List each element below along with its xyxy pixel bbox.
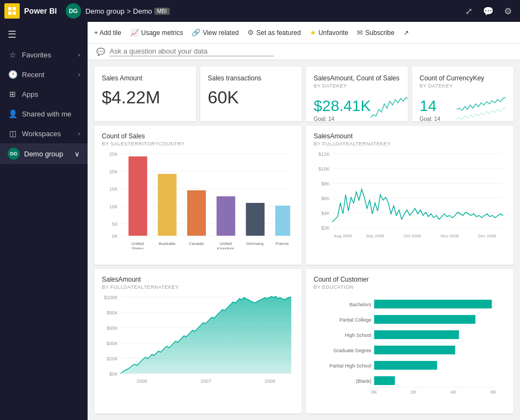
- sidebar-label-favorites: Favorites: [22, 51, 51, 59]
- breadcrumb: Demo group > Demo MBI: [85, 7, 170, 15]
- svg-text:High School: High School: [345, 332, 372, 338]
- sidebar-label-recent: Recent: [22, 71, 44, 79]
- view-related-label: View related: [203, 29, 239, 37]
- svg-rect-20: [246, 203, 264, 236]
- breadcrumb-item[interactable]: Demo: [133, 7, 152, 15]
- subscribe-button[interactable]: ✉ Subscribe: [357, 28, 394, 37]
- sidebar-item-apps[interactable]: ⊞ Apps: [0, 84, 88, 104]
- sidebar-item-recent[interactable]: 🕐 Recent ›: [0, 65, 88, 84]
- sales-transactions-title: Sales transactions: [208, 74, 294, 82]
- svg-text:6K: 6K: [490, 389, 496, 395]
- app-grid-icon[interactable]: [4, 3, 20, 19]
- svg-rect-21: [275, 206, 290, 236]
- usage-metrics-button[interactable]: 📈 Usage metrics: [130, 28, 183, 37]
- svg-text:$2K: $2K: [321, 225, 330, 231]
- svg-text:Germany: Germany: [246, 241, 264, 246]
- share-button[interactable]: ↗: [403, 29, 409, 37]
- sales-count-gauge-subtitle: BY DATEKEY: [314, 83, 400, 89]
- star-icon: ★: [310, 28, 316, 37]
- fullscreen-icon[interactable]: ⤢: [461, 3, 476, 19]
- sales-amount-value: $4.22M: [102, 88, 188, 108]
- card-currency-gauge[interactable]: Count of CurrencyKey BY DATEKEY 14 Goal:…: [412, 67, 514, 121]
- favorites-icon: ☆: [8, 50, 18, 59]
- svg-text:States: States: [131, 246, 143, 249]
- sparkline-chart: [371, 93, 407, 121]
- sidebar-item-shared[interactable]: 👤 Shared with me: [0, 104, 88, 124]
- set-featured-button[interactable]: ⚙ Set as featured: [247, 28, 301, 37]
- sidebar-item-favorites[interactable]: ☆ Favorites ›: [0, 45, 88, 65]
- svg-text:10K: 10K: [109, 204, 118, 209]
- sales-count-gauge-value: $28.41K: [314, 97, 371, 115]
- svg-text:$6K: $6K: [321, 196, 330, 201]
- dashboard: Sales Amount $4.22M Sales transactions 6…: [88, 60, 520, 420]
- svg-text:25K: 25K: [109, 151, 118, 157]
- qa-input[interactable]: [109, 47, 274, 55]
- sidebar-hamburger[interactable]: ☰: [0, 24, 88, 45]
- sales-amount-area-title: SalesAmount: [102, 276, 294, 283]
- breadcrumb-group[interactable]: Demo group: [85, 7, 125, 15]
- svg-text:Canada: Canada: [189, 241, 204, 246]
- recent-icon: 🕐: [8, 70, 18, 79]
- sales-count-gauge-title: SalesAmount, Count of Sales: [314, 74, 400, 82]
- card-sales-amount-line[interactable]: SalesAmount BY FULLDATEALTERNATEKEY $12K…: [306, 126, 513, 265]
- svg-text:$40K: $40K: [107, 341, 118, 346]
- settings-icon[interactable]: ⚙: [500, 3, 516, 19]
- svg-text:$8K: $8K: [321, 181, 330, 186]
- svg-text:Aug 2006: Aug 2006: [334, 234, 353, 238]
- svg-text:United: United: [131, 241, 144, 246]
- apps-icon: ⊞: [8, 90, 18, 98]
- card-sales-amount-area[interactable]: SalesAmount BY FULLDATEALTERNATEKEY $100…: [94, 269, 302, 413]
- add-tile-button[interactable]: + Add tile: [94, 29, 122, 37]
- card-count-customer[interactable]: Count of Customer BY EDUCATION Bachelors…: [306, 269, 513, 413]
- sidebar-item-demo-group[interactable]: DG Demo group ∨: [0, 143, 88, 164]
- svg-rect-67: [374, 330, 459, 339]
- comments-icon[interactable]: 💬: [481, 3, 496, 19]
- svg-text:(Blank): (Blank): [356, 378, 372, 384]
- chevron-icon-recent: ›: [78, 72, 80, 78]
- view-related-button[interactable]: 🔗 View related: [192, 28, 239, 37]
- svg-text:2008: 2008: [264, 378, 275, 384]
- svg-rect-69: [374, 346, 455, 354]
- sales-amount-line-title: SalesAmount: [314, 132, 506, 140]
- svg-text:United: United: [219, 241, 232, 246]
- chevron-icon: ›: [78, 52, 80, 58]
- card-sales-count-gauge[interactable]: SalesAmount, Count of Sales BY DATEKEY $…: [306, 67, 408, 121]
- shared-icon: 👤: [8, 109, 18, 118]
- unfavorite-button[interactable]: ★ Unfavorite: [310, 28, 349, 37]
- chevron-icon-workspaces: ›: [78, 131, 80, 137]
- svg-text:Sep 2006: Sep 2006: [366, 234, 384, 238]
- svg-text:15K: 15K: [109, 186, 118, 192]
- card-count-sales[interactable]: Count of Sales BY SALESTERRITORYCOUNTRY …: [94, 126, 302, 265]
- add-tile-label: + Add tile: [94, 29, 122, 37]
- sidebar-item-workspaces[interactable]: ◫ Workspaces ›: [0, 124, 88, 143]
- svg-text:Graduate Degree: Graduate Degree: [333, 348, 372, 353]
- svg-text:Partial High School: Partial High School: [330, 363, 372, 369]
- svg-text:Oct 2006: Oct 2006: [404, 234, 421, 238]
- svg-text:2K: 2K: [411, 389, 417, 395]
- count-sales-subtitle: BY SALESTERRITORYCOUNTRY: [102, 141, 294, 147]
- sidebar-label-workspaces: Workspaces: [22, 130, 61, 138]
- currency-gauge-goal: Goal: 14 (+0%): [420, 116, 457, 121]
- svg-rect-71: [374, 361, 437, 370]
- svg-text:2007: 2007: [200, 378, 211, 384]
- card-sales-amount[interactable]: Sales Amount $4.22M: [94, 67, 196, 121]
- top-header: Power BI DG Demo group > Demo MBI ⤢ 💬 ⚙: [0, 0, 520, 22]
- svg-text:Nov 2006: Nov 2006: [441, 234, 459, 238]
- sales-amount-area-subtitle: BY FULLDATEALTERNATEKEY: [102, 284, 294, 290]
- subscribe-label: Subscribe: [365, 29, 394, 37]
- usage-metrics-label: Usage metrics: [141, 29, 183, 37]
- qa-bar: 💬: [88, 44, 520, 60]
- card-sales-transactions[interactable]: Sales transactions 60K: [200, 67, 302, 121]
- svg-text:$4K: $4K: [321, 211, 330, 216]
- share-icon: ↗: [403, 29, 409, 37]
- sparkline-chart2: [457, 93, 506, 121]
- svg-text:Dec 2006: Dec 2006: [478, 234, 496, 238]
- sales-amount-area-chart: $100K $80K $60K $40K $20K $0K: [102, 294, 294, 401]
- svg-text:Partial College: Partial College: [339, 317, 372, 323]
- sales-transactions-value: 60K: [208, 88, 294, 108]
- qa-underline: [109, 56, 274, 56]
- user-avatar[interactable]: DG: [66, 3, 81, 19]
- count-sales-title: Count of Sales: [102, 132, 294, 140]
- svg-rect-18: [187, 190, 206, 236]
- svg-rect-19: [217, 196, 235, 236]
